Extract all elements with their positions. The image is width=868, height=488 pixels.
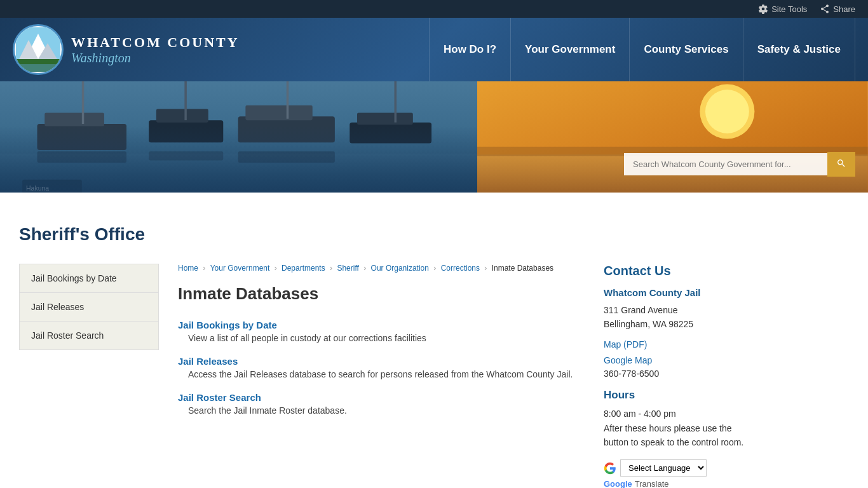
- breadcrumb-departments[interactable]: Departments: [281, 264, 325, 273]
- contact-address: 311 Grand Avenue Bellingham, WA 98225: [604, 303, 750, 332]
- svg-rect-21: [149, 151, 223, 160]
- contact-title: Contact Us: [604, 264, 750, 278]
- db-section-roster: Jail Roster Search Search the Jail Inmat…: [178, 392, 585, 416]
- svg-rect-14: [238, 116, 335, 142]
- breadcrumb-your-gov[interactable]: Your Government: [210, 264, 270, 273]
- svg-rect-17: [349, 123, 431, 144]
- article-area: Home › Your Government › Departments › S…: [178, 264, 585, 488]
- county-name: WHATCOM COUNTY: [71, 34, 240, 51]
- jail-roster-desc: Search the Jail Inmate Roster database.: [178, 405, 585, 416]
- db-section-bookings: Jail Bookings by Date View a list of all…: [178, 320, 585, 343]
- sidebar: Jail Bookings by Date Jail Releases Jail…: [19, 264, 159, 350]
- jail-releases-link[interactable]: Jail Releases: [178, 356, 585, 367]
- site-header: WHATCOM COUNTY Washington How Do I? Your…: [0, 18, 868, 81]
- svg-rect-6: [0, 81, 521, 193]
- main-content: Sheriff's Office Jail Bookings by Date J…: [0, 212, 868, 488]
- logo-area[interactable]: WHATCOM COUNTY Washington: [13, 24, 240, 75]
- breadcrumb-home[interactable]: Home: [178, 264, 198, 273]
- hours-title: Hours: [604, 389, 750, 402]
- nav-safety-justice[interactable]: Safety & Justice: [743, 18, 855, 81]
- svg-rect-5: [16, 64, 60, 72]
- svg-rect-19: [395, 81, 397, 123]
- hero-boats: Hakuna: [0, 81, 521, 193]
- address-line2: Bellingham, WA 98225: [604, 319, 693, 329]
- page-title: Sheriff's Office: [19, 224, 849, 248]
- hours-text: 8:00 am - 4:00 pm After these hours plea…: [604, 407, 750, 449]
- jail-releases-desc: Access the Jail Releases database to sea…: [178, 369, 585, 379]
- translate-label: Translate: [635, 479, 669, 488]
- share-button[interactable]: Share: [820, 4, 855, 14]
- share-label: Share: [833, 4, 855, 14]
- svg-rect-7: [0, 154, 521, 193]
- sidebar-item-jail-releases[interactable]: Jail Releases: [20, 293, 158, 322]
- svg-rect-10: [82, 81, 85, 124]
- svg-rect-18: [357, 112, 413, 125]
- map-pdf-link[interactable]: Map (PDF): [604, 337, 750, 353]
- site-tools-button[interactable]: Site Tools: [758, 4, 807, 14]
- logo-circle: [13, 24, 64, 75]
- google-map-link[interactable]: Google Map: [604, 353, 750, 369]
- state-name: Washington: [71, 51, 240, 65]
- breadcrumb-sep-6: ›: [484, 264, 489, 273]
- db-section-releases: Jail Releases Access the Jail Releases d…: [178, 356, 585, 379]
- svg-rect-9: [44, 112, 104, 126]
- search-button[interactable]: [827, 152, 855, 177]
- svg-rect-16: [287, 81, 289, 119]
- search-input[interactable]: [624, 153, 827, 175]
- svg-rect-20: [37, 151, 127, 163]
- hero-curve: [0, 193, 868, 212]
- address-line1: 311 Grand Avenue: [604, 305, 678, 315]
- google-icon: [604, 462, 616, 475]
- jail-bookings-link[interactable]: Jail Bookings by Date: [178, 320, 585, 330]
- nav-county-services[interactable]: County Services: [630, 18, 743, 81]
- breadcrumb-sep-4: ›: [363, 264, 368, 273]
- svg-text:Hakuna: Hakuna: [26, 184, 49, 192]
- breadcrumb-sep-5: ›: [433, 264, 438, 273]
- breadcrumb-sep-2: ›: [275, 264, 279, 273]
- language-selector-container: Select Language Google Translate: [604, 459, 750, 488]
- article-title: Inmate Databases: [178, 284, 585, 304]
- main-nav: How Do I? Your Government County Service…: [429, 18, 855, 81]
- google-translate-credit: Google Translate: [604, 479, 750, 488]
- breadcrumb-sep-3: ›: [330, 264, 334, 273]
- jail-bookings-desc: View a list of all people in custody at …: [178, 333, 585, 343]
- svg-rect-11: [149, 120, 223, 142]
- jail-roster-link[interactable]: Jail Roster Search: [178, 392, 585, 403]
- google-label: Google: [604, 479, 632, 488]
- svg-rect-13: [184, 81, 187, 120]
- breadcrumb-corrections[interactable]: Corrections: [441, 264, 480, 273]
- breadcrumb-current: Inmate Databases: [492, 264, 553, 273]
- site-tools-label: Site Tools: [771, 4, 807, 14]
- sidebar-item-jail-roster[interactable]: Jail Roster Search: [20, 322, 158, 349]
- contact-phone: 360-778-6500: [604, 369, 750, 379]
- nav-your-government[interactable]: Your Government: [511, 18, 630, 81]
- svg-rect-15: [245, 105, 312, 120]
- breadcrumb: Home › Your Government › Departments › S…: [178, 264, 585, 273]
- contact-org-name: Whatcom County Jail: [604, 287, 750, 298]
- breadcrumb-our-org[interactable]: Our Organization: [371, 264, 429, 273]
- svg-rect-12: [156, 109, 208, 123]
- contact-sidebar: Contact Us Whatcom County Jail 311 Grand…: [604, 264, 750, 488]
- svg-rect-23: [22, 180, 82, 193]
- sidebar-item-jail-bookings[interactable]: Jail Bookings by Date: [20, 264, 158, 293]
- breadcrumb-sheriff[interactable]: Sheriff: [337, 264, 358, 273]
- svg-rect-8: [37, 124, 127, 150]
- hero-banner: Hakuna: [0, 81, 868, 193]
- top-bar: Site Tools Share: [0, 0, 868, 18]
- hours-note: After these hours please use the button …: [604, 421, 750, 450]
- hours-line1: 8:00 am - 4:00 pm: [604, 407, 750, 421]
- lang-row: Select Language: [604, 459, 750, 477]
- nav-how-do-i[interactable]: How Do I?: [429, 18, 511, 81]
- logo-text: WHATCOM COUNTY Washington: [71, 34, 240, 65]
- search-overlay: [624, 152, 855, 177]
- language-select[interactable]: Select Language: [620, 459, 707, 477]
- svg-point-27: [705, 90, 749, 133]
- content-wrapper: Jail Bookings by Date Jail Releases Jail…: [19, 264, 849, 488]
- svg-rect-22: [238, 151, 335, 163]
- breadcrumb-sep-1: ›: [203, 264, 207, 273]
